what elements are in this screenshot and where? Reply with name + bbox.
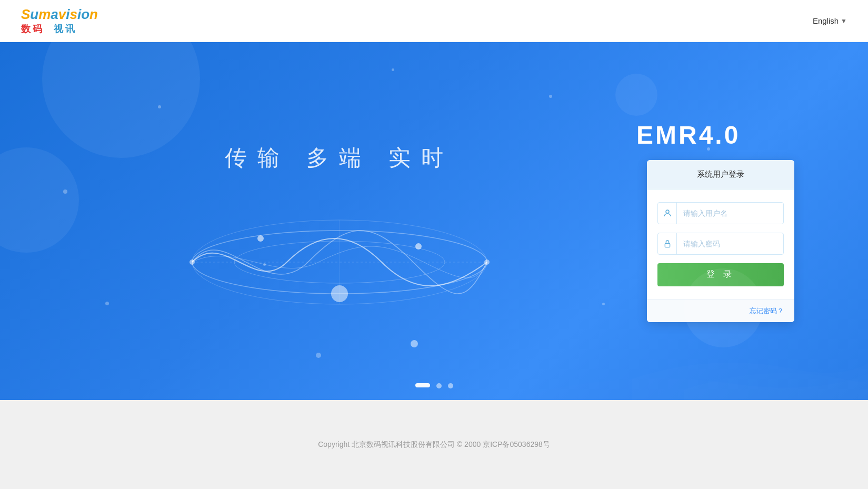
wave-graphic [182,204,497,320]
username-input[interactable] [677,203,783,224]
language-label: English [813,16,839,25]
footer-copyright: Copyright 北京数码视讯科技股份有限公司 © 2000 京ICP备050… [318,440,550,450]
logo-sumavision-en: Sumavision [21,6,98,23]
left-content: 传输 多端 实时 [0,122,636,320]
svg-point-5 [257,235,264,242]
carousel-dot-3[interactable] [448,383,453,388]
login-card-header: 系统用户登录 [647,160,794,189]
login-card-body: 登 录 [647,189,794,299]
banner: 传输 多端 实时 EMR4.0 [0,42,868,400]
header: Sumavision 数码 视讯 English ▼ [0,0,868,42]
login-card: 系统用户登录 [647,160,794,322]
logo-sumavision-cn: 数码 视讯 [21,23,77,35]
login-title: 系统用户登录 [697,169,744,178]
footer: Copyright 北京数码视讯科技股份有限公司 © 2000 京ICP备050… [0,400,868,489]
carousel-dots [415,383,453,388]
svg-point-6 [415,243,422,250]
carousel-dot-2[interactable] [436,383,442,388]
lock-icon [658,233,677,254]
language-switcher[interactable]: English ▼ [813,16,847,25]
logo-area: Sumavision 数码 视讯 [21,6,98,35]
login-card-footer: 忘记密码？ [647,299,794,322]
wave-decoration [0,337,868,400]
carousel-dot-1[interactable] [415,383,430,387]
username-input-group [657,202,784,224]
right-content: EMR4.0 系统用户登录 [636,121,805,322]
user-icon [658,203,677,224]
login-button[interactable]: 登 录 [657,263,784,286]
chevron-down-icon: ▼ [841,17,847,25]
emr-title: EMR4.0 [636,121,740,149]
svg-rect-11 [665,243,670,247]
slogan-text: 传输 多端 实时 [225,143,454,173]
svg-point-10 [666,210,669,213]
password-input[interactable] [677,233,783,254]
password-input-group [657,233,784,255]
forgot-password-link[interactable]: 忘记密码？ [750,307,784,315]
